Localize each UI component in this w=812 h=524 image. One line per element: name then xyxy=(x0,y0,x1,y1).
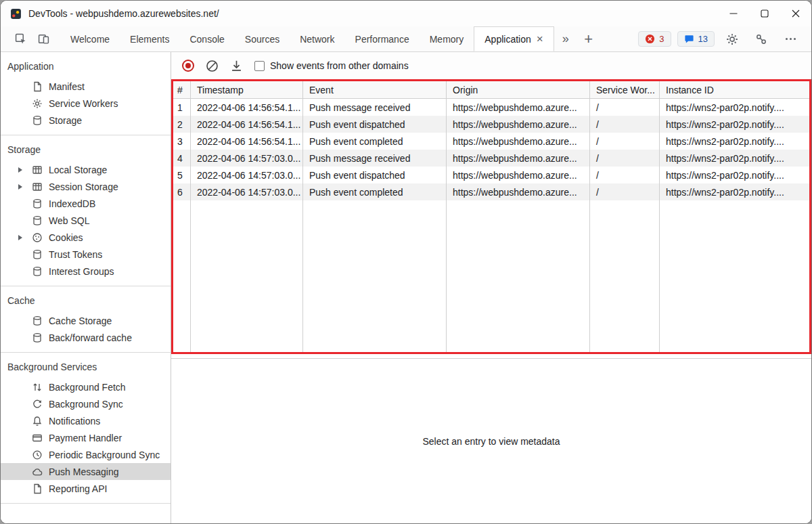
cell-instance-id: https://wns2-par02p.notify.... xyxy=(660,167,809,183)
cell-service-worker: / xyxy=(590,99,660,116)
inspect-element-button[interactable] xyxy=(9,29,32,49)
cell-origin: https://webpushdemo.azure... xyxy=(447,183,590,200)
expand-arrow-icon[interactable] xyxy=(18,235,22,240)
stop-recording-button[interactable] xyxy=(182,60,194,72)
table-row[interactable]: 4 2022-04-06 14:57:03.0... Push message … xyxy=(173,150,809,167)
cell-origin: https://webpushdemo.azure... xyxy=(447,133,590,150)
close-icon xyxy=(792,9,800,18)
more-tabs-button[interactable]: » xyxy=(554,29,577,49)
cell-service-worker: / xyxy=(590,150,660,167)
close-tab-icon[interactable]: × xyxy=(537,33,543,45)
tab-welcome[interactable]: Welcome xyxy=(60,26,120,51)
clear-events-button[interactable] xyxy=(206,60,219,72)
tab-sources[interactable]: Sources xyxy=(235,26,290,51)
sidebar-item-label: Storage xyxy=(49,115,82,126)
table-row[interactable]: 2 2022-04-06 14:56:54.1... Push event di… xyxy=(173,116,809,133)
column-header-timestamp[interactable]: Timestamp xyxy=(191,81,303,98)
tab-label: Performance xyxy=(355,34,409,45)
sidebar-item-payment-handler[interactable]: Payment Handler xyxy=(1,429,171,446)
sidebar-item-reporting-api[interactable]: Reporting API xyxy=(1,480,171,497)
database-icon xyxy=(32,215,43,226)
table-row[interactable]: 5 2022-04-06 14:57:03.0... Push event di… xyxy=(173,167,809,183)
sidebar-item-trust-tokens[interactable]: Trust Tokens xyxy=(1,246,171,263)
tab-application[interactable]: Application × xyxy=(474,26,554,51)
show-other-domains-checkbox[interactable] xyxy=(254,61,265,71)
maximize-button[interactable] xyxy=(749,1,780,26)
sidebar-section-background-services: Background Services Background Fetch Bac… xyxy=(1,353,171,504)
column-header-service-worker[interactable]: Service Wor... xyxy=(590,81,660,98)
sidebar-item-label: Reporting API xyxy=(49,483,107,494)
cell-origin: https://webpushdemo.azure... xyxy=(447,167,590,183)
table-row[interactable]: 1 2022-04-06 14:56:54.1... Push message … xyxy=(173,99,809,116)
sidebar-item-background-fetch[interactable]: Background Fetch xyxy=(1,378,171,395)
sidebar-item-push-messaging[interactable]: Push Messaging xyxy=(1,463,171,480)
cell-timestamp: 2022-04-06 14:57:03.0... xyxy=(191,167,303,183)
sidebar-item-label: IndexedDB xyxy=(49,198,95,209)
sidebar-item-label: Back/forward cache xyxy=(49,332,132,343)
close-button[interactable] xyxy=(780,1,811,26)
sidebar-item-session-storage[interactable]: Session Storage xyxy=(1,178,171,195)
document-icon xyxy=(32,81,43,92)
sidebar-item-cookies[interactable]: Cookies xyxy=(1,229,171,246)
tab-console[interactable]: Console xyxy=(179,26,234,51)
column-header-number[interactable]: # xyxy=(173,81,191,98)
sidebar-item-indexeddb[interactable]: IndexedDB xyxy=(1,195,171,212)
sidebar-item-local-storage[interactable]: Local Storage xyxy=(1,161,171,178)
sidebar-item-interest-groups[interactable]: Interest Groups xyxy=(1,263,171,280)
sidebar-item-label: Interest Groups xyxy=(49,266,114,277)
sidebar-item-back-forward-cache[interactable]: Back/forward cache xyxy=(1,329,171,346)
sidebar-item-storage[interactable]: Storage xyxy=(1,112,171,129)
error-badge[interactable]: 3 xyxy=(638,31,671,47)
sidebar-item-web-sql[interactable]: Web SQL xyxy=(1,212,171,229)
sidebar-item-label: Manifest xyxy=(49,81,85,92)
service-worker-gear-icon xyxy=(32,98,43,109)
inspect-cursor-icon xyxy=(15,33,26,45)
tab-label: Sources xyxy=(245,34,279,45)
tab-network[interactable]: Network xyxy=(290,26,344,51)
sidebar-item-label: Trust Tokens xyxy=(49,249,102,260)
tab-label: Application xyxy=(484,34,531,45)
table-grid-icon xyxy=(32,165,43,175)
devtools-logo-icon xyxy=(10,8,22,20)
add-panel-button[interactable]: + xyxy=(577,29,600,49)
issues-badge[interactable]: 13 xyxy=(677,31,715,47)
sidebar-item-service-workers[interactable]: Service Workers xyxy=(1,95,171,112)
column-header-instance-id[interactable]: Instance ID xyxy=(660,81,809,98)
table-row[interactable]: 3 2022-04-06 14:56:54.1... Push event co… xyxy=(173,133,809,150)
table-row[interactable]: 6 2022-04-06 14:57:03.0... Push event co… xyxy=(173,183,809,200)
cell-origin: https://webpushdemo.azure... xyxy=(447,116,590,133)
column-header-origin[interactable]: Origin xyxy=(447,81,590,98)
payment-card-icon xyxy=(32,433,43,443)
settings-button[interactable] xyxy=(721,29,744,49)
cell-event: Push event completed xyxy=(303,133,447,150)
sidebar-item-background-sync[interactable]: Background Sync xyxy=(1,395,171,412)
cell-instance-id: https://wns2-par02p.notify.... xyxy=(660,133,809,150)
tab-elements[interactable]: Elements xyxy=(120,26,179,51)
cell-instance-id: https://wns2-par02p.notify.... xyxy=(660,116,809,133)
sidebar-item-label: Background Fetch xyxy=(49,382,126,393)
expand-arrow-icon[interactable] xyxy=(18,167,22,173)
expand-arrow-icon[interactable] xyxy=(18,184,22,190)
database-icon xyxy=(32,266,43,277)
sidebar-item-manifest[interactable]: Manifest xyxy=(1,78,171,95)
device-toolbar-button[interactable] xyxy=(32,29,55,49)
sidebar-section-cache: Cache Cache Storage Back/forward cache xyxy=(1,286,171,353)
database-icon xyxy=(32,332,43,343)
minimize-button[interactable] xyxy=(718,1,749,26)
devtools-extras-button[interactable] xyxy=(750,29,773,49)
cell-timestamp: 2022-04-06 14:57:03.0... xyxy=(191,150,303,167)
sidebar-item-label: Periodic Background Sync xyxy=(49,450,160,460)
device-toolbar-icon xyxy=(38,33,49,45)
column-header-event[interactable]: Event xyxy=(303,81,447,98)
tab-memory[interactable]: Memory xyxy=(420,26,474,51)
section-title: Background Services xyxy=(1,353,171,378)
main-menu-button[interactable] xyxy=(779,29,802,49)
save-events-button[interactable] xyxy=(230,60,243,72)
error-count: 3 xyxy=(659,34,664,44)
sidebar-item-periodic-background-sync[interactable]: Periodic Background Sync xyxy=(1,446,171,463)
cloud-icon xyxy=(32,466,43,477)
sidebar-item-notifications[interactable]: Notifications xyxy=(1,412,171,429)
sidebar-item-cache-storage[interactable]: Cache Storage xyxy=(1,312,171,329)
sidebar-item-label: Service Workers xyxy=(49,98,118,109)
tab-performance[interactable]: Performance xyxy=(345,26,420,51)
